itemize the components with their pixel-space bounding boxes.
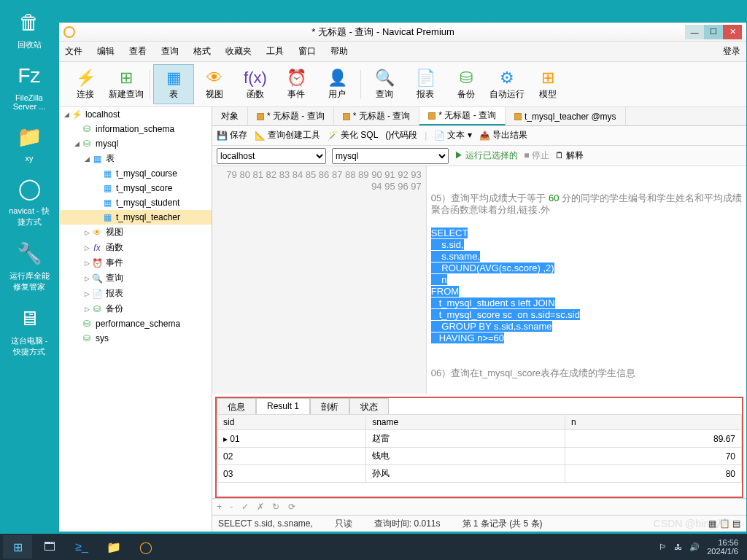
status-record-count: 第 1 条记录 (共 5 条)	[462, 518, 543, 530]
titlebar: * 无标题 - 查询 - Navicat Premium — ☐ ✕	[59, 23, 746, 42]
editor-tab[interactable]: * 无标题 - 查询	[334, 107, 420, 125]
menu-item[interactable]: 格式	[193, 45, 211, 58]
beautify-sql-button[interactable]: 🪄 美化 SQL	[328, 129, 378, 141]
code-segment-button[interactable]: ()代码段	[385, 129, 417, 141]
table-row[interactable]: ▸ 01赵雷89.67	[217, 430, 742, 448]
editor-tab[interactable]: * 无标题 - 查询	[248, 107, 334, 125]
view-tool[interactable]: 👁视图	[194, 65, 235, 104]
start-button[interactable]: ⊞	[3, 535, 32, 559]
new-query-tool[interactable]: ⊞新建查询	[106, 65, 147, 104]
menu-item[interactable]: 编辑	[97, 45, 115, 58]
autorun-tool[interactable]: ⚙自动运行	[487, 65, 527, 104]
this-pc-icon[interactable]: 🖥这台电脑 - 快捷方式	[7, 303, 51, 357]
statusbar: SELECT s.sid, s.sname, 只读 查询时间: 0.011s 第…	[212, 515, 746, 532]
table-row[interactable]: 02钱电70	[217, 448, 742, 465]
table-node[interactable]: ▦t_mysql_score	[59, 181, 212, 195]
explain-button[interactable]: 🗒 解释	[555, 149, 584, 162]
recycle-bin-icon[interactable]: 🗑回收站	[7, 7, 51, 50]
db-node[interactable]: ⛁ information_schema	[59, 122, 212, 136]
table-row[interactable]: 03孙风80	[217, 465, 742, 483]
functions-folder[interactable]: ▷fx函数	[59, 240, 212, 255]
connect-tool[interactable]: ⚡连接	[65, 65, 106, 104]
result-tab[interactable]: 信息	[217, 398, 256, 414]
close-button[interactable]: ✕	[723, 25, 742, 39]
column-header[interactable]: n	[565, 415, 742, 430]
taskbar[interactable]: ⊞ 🗔 ≥_ 📁 ◯ 🏳 🖧 🔊 16:56 2024/1/6	[0, 534, 747, 560]
table-node[interactable]: ▦t_mysql_teacher	[59, 210, 212, 225]
query-tab-icon	[257, 113, 264, 120]
menu-item[interactable]: 文件	[65, 45, 82, 58]
menu-item[interactable]: 查询	[161, 45, 179, 58]
text-button[interactable]: 📄 文本 ▾	[434, 129, 471, 141]
login-button[interactable]: 登录	[723, 45, 740, 58]
status-query-time: 查询时间: 0.011s	[374, 518, 441, 530]
result-tabs: 信息Result 1剖析状态	[215, 397, 743, 414]
connection-tree[interactable]: ◢⚡ localhost ⛁ information_schema ◢⛁ mys…	[59, 107, 212, 532]
stop-button[interactable]: ■ 停止	[524, 149, 549, 162]
run-selected-button[interactable]: ▶ 运行已选择的	[454, 149, 518, 162]
db-node[interactable]: ⛁performance_schema	[59, 316, 212, 331]
result-grid[interactable]: sidsnamen▸ 01赵雷89.6702钱电7003孙风80	[215, 414, 743, 498]
table-node[interactable]: ▦t_mysql_course	[59, 166, 212, 181]
navicat-icon[interactable]: ◯navicat - 快捷方式	[7, 174, 51, 228]
folder-xy-icon[interactable]: 📁xy	[7, 122, 51, 163]
db-node[interactable]: ⛁sys	[59, 331, 212, 346]
user-tool[interactable]: 👤用户	[317, 65, 357, 104]
report-tool[interactable]: 📄报表	[405, 65, 446, 104]
tray-date: 2024/1/6	[707, 547, 738, 556]
filezilla-icon[interactable]: FzFileZilla Server ...	[7, 61, 51, 111]
connection-select[interactable]: localhost	[217, 148, 326, 164]
record-nav-icons[interactable]: + - ✓ ✗ ↻ ⟳	[217, 502, 298, 512]
reports-folder[interactable]: ▷📄报表	[59, 286, 212, 301]
menu-item[interactable]: 查看	[129, 45, 147, 58]
result-tab[interactable]: 状态	[349, 398, 389, 414]
maximize-button[interactable]: ☐	[704, 25, 723, 39]
taskbar-server-icon[interactable]: 🗔	[35, 535, 64, 559]
taskbar-navicat-icon[interactable]: ◯	[131, 535, 160, 559]
menu-item[interactable]: 窗口	[298, 45, 316, 58]
backup-tool[interactable]: ⛁备份	[446, 65, 487, 104]
column-header[interactable]: sid	[217, 415, 366, 430]
db-node[interactable]: ◢⛁ mysql	[59, 136, 212, 151]
menu-item[interactable]: 帮助	[330, 45, 348, 58]
connection-node[interactable]: ◢⚡ localhost	[59, 107, 212, 122]
event-tool[interactable]: ⏰事件	[276, 65, 317, 104]
backups-folder[interactable]: ▷⛁备份	[59, 301, 212, 316]
result-tab[interactable]: Result 1	[256, 398, 310, 414]
taskbar-explorer-icon[interactable]: 📁	[99, 535, 128, 559]
export-result-button[interactable]: 📤 导出结果	[479, 129, 527, 141]
query-tool[interactable]: 🔍查询	[364, 65, 405, 104]
status-readonly: 只读	[335, 518, 352, 530]
editor-tab[interactable]: * 无标题 - 查询	[419, 107, 506, 125]
tray-sound-icon[interactable]: 🔊	[689, 542, 700, 552]
queries-folder[interactable]: ▷🔍查询	[59, 271, 212, 286]
model-tool[interactable]: ⊞模型	[527, 65, 568, 104]
runtime-fix-icon[interactable]: 🔧运行库全能修复管家	[7, 238, 51, 292]
function-tool[interactable]: f(x)函数	[235, 65, 276, 104]
taskbar-powershell-icon[interactable]: ≥_	[67, 535, 96, 559]
result-tab[interactable]: 剖析	[310, 398, 349, 414]
editor-tab[interactable]: t_mysql_teacher @mys	[506, 107, 626, 125]
tray-network-icon[interactable]: 🖧	[674, 542, 682, 551]
menu-item[interactable]: 收藏夹	[225, 45, 252, 58]
main-toolbar: ⚡连接⊞新建查询▦表👁视图f(x)函数⏰事件👤用户🔍查询📄报表⛁备份⚙自动运行⊞…	[59, 62, 746, 107]
sql-editor[interactable]: 79 80 81 82 83 84 85 86 87 88 89 90 91 9…	[212, 166, 746, 394]
connection-label: localhost	[85, 109, 120, 120]
editor-tab[interactable]: 对象	[212, 107, 248, 125]
system-tray[interactable]: 🏳 🖧 🔊 16:56 2024/1/6	[659, 538, 744, 556]
document-tabs: 对象* 无标题 - 查询* 无标题 - 查询* 无标题 - 查询t_mysql_…	[212, 107, 746, 126]
save-button[interactable]: 💾 保存	[217, 129, 247, 141]
app-logo-icon	[63, 26, 75, 38]
events-folder[interactable]: ▷⏰事件	[59, 255, 212, 271]
minimize-button[interactable]: —	[685, 25, 704, 39]
table-node[interactable]: ▦t_mysql_student	[59, 195, 212, 210]
database-select[interactable]: mysql	[332, 148, 449, 164]
table-tool[interactable]: ▦表	[153, 64, 194, 104]
tables-folder[interactable]: ◢▦ 表	[59, 151, 212, 166]
views-folder[interactable]: ▷👁视图	[59, 225, 212, 240]
tray-flag-icon[interactable]: 🏳	[659, 542, 667, 551]
menu-item[interactable]: 工具	[266, 45, 284, 58]
tray-time: 16:56	[707, 538, 738, 547]
column-header[interactable]: sname	[366, 415, 565, 430]
query-builder-button[interactable]: 📐 查询创建工具	[255, 129, 320, 141]
